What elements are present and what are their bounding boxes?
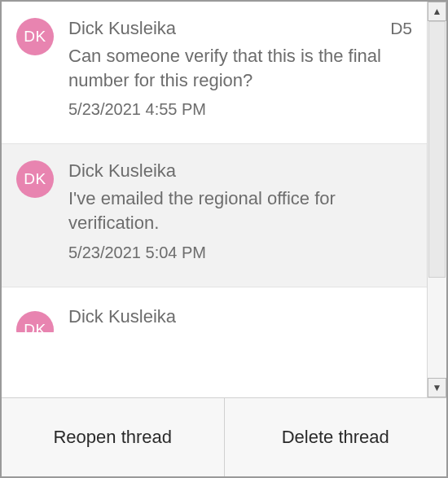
comment-body: Dick Kusleika (68, 306, 412, 332)
scroll-up-button[interactable]: ▲ (428, 2, 446, 21)
comment-body: Dick Kusleika D5 Can someone verify that… (68, 18, 412, 119)
comment-body: Dick Kusleika I've emailed the regional … (68, 160, 412, 261)
scroll-thumb[interactable] (428, 21, 446, 278)
avatar: DK (16, 311, 54, 332)
comment-timestamp: 5/23/2021 5:04 PM (68, 243, 412, 262)
comment-header: Dick Kusleika (68, 306, 412, 327)
thread-actions-footer: Reopen thread Delete thread (2, 398, 446, 476)
avatar: DK (16, 160, 54, 198)
chevron-up-icon: ▲ (433, 6, 442, 17)
comment-text: I've emailed the regional office for ver… (68, 186, 412, 235)
comment-timestamp: 5/23/2021 4:55 PM (68, 100, 412, 119)
reopen-thread-button[interactable]: Reopen thread (2, 398, 224, 476)
comment-item: DK Dick Kusleika I've emailed the region… (2, 144, 427, 287)
scroll-track[interactable] (428, 21, 446, 378)
content-area: DK Dick Kusleika D5 Can someone verify t… (2, 2, 446, 398)
avatar: DK (16, 18, 54, 55)
comment-item: DK Dick Kusleika (2, 287, 427, 332)
comment-text: Can someone verify that this is the fina… (68, 44, 412, 92)
comment-header: Dick Kusleika D5 (68, 18, 412, 39)
chevron-down-icon: ▼ (433, 382, 442, 393)
cell-reference: D5 (390, 19, 412, 38)
comment-author: Dick Kusleika (68, 306, 176, 327)
vertical-scrollbar[interactable]: ▲ ▼ (427, 2, 446, 397)
comment-author: Dick Kusleika (68, 160, 176, 182)
comment-item: DK Dick Kusleika D5 Can someone verify t… (2, 2, 427, 144)
comment-header: Dick Kusleika (68, 160, 412, 182)
comments-list: DK Dick Kusleika D5 Can someone verify t… (2, 2, 427, 397)
comment-author: Dick Kusleika (68, 18, 176, 39)
delete-thread-button[interactable]: Delete thread (224, 398, 447, 476)
comment-thread-pane: DK Dick Kusleika D5 Can someone verify t… (0, 0, 448, 478)
scroll-down-button[interactable]: ▼ (428, 378, 446, 397)
